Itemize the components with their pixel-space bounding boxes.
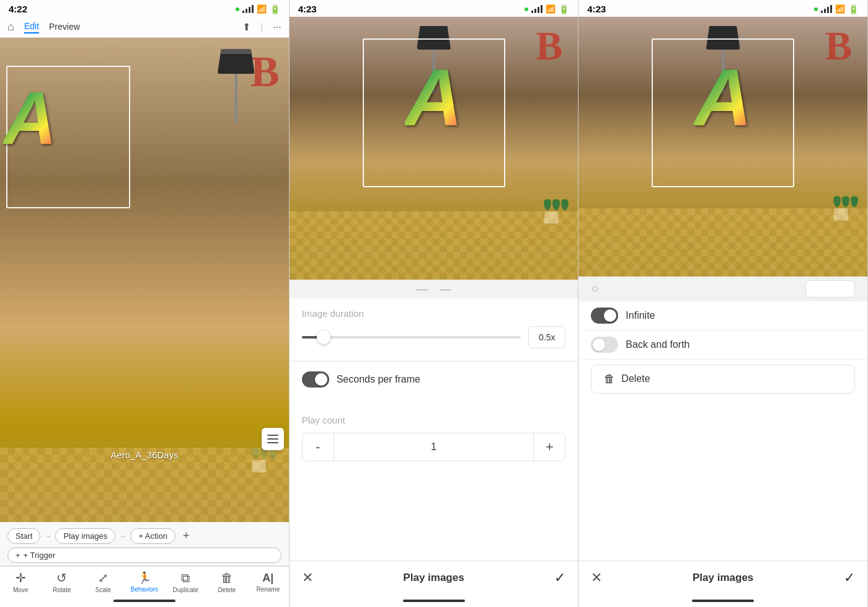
slider-thumb[interactable] <box>317 330 330 344</box>
status-icons-2: 📶 🔋 <box>525 4 569 14</box>
bar3 <box>249 7 250 13</box>
toggle-thumb-bf <box>593 339 605 351</box>
tool-move[interactable]: ✛ Move <box>7 570 35 593</box>
share-icon[interactable]: ⬆ <box>242 21 250 33</box>
leaf-3-2 <box>842 196 849 207</box>
signal-dot-2 <box>525 7 528 11</box>
confirm-button-3[interactable]: ✓ <box>844 570 855 586</box>
delete-button[interactable]: 🗑 Delete <box>591 365 855 394</box>
bottom-toolbar-1: ✛ Move ↺ Rotate ⤢ Scale 🏃 Behaviors ⧉ Du… <box>0 566 289 595</box>
home-bar-2 <box>403 600 465 602</box>
arrow-2: → <box>119 532 126 541</box>
ar-logo-3: A <box>694 51 752 144</box>
plant-leaves-3 <box>833 196 858 207</box>
signal-dot-1 <box>236 7 239 11</box>
bar4 <box>252 5 254 13</box>
tool-behaviors[interactable]: 🏃 Behaviors <box>130 571 158 593</box>
panel-3: 4:23 📶 🔋 B <box>578 0 868 607</box>
top-scroll-field[interactable] <box>805 280 855 298</box>
tool-duplicate[interactable]: ⧉ Duplicate <box>172 571 200 593</box>
home-indicator-1 <box>0 595 289 607</box>
move-icon: ✛ <box>16 570 26 585</box>
leaf-2-3 <box>561 199 569 210</box>
tab-preview[interactable]: Preview <box>49 22 80 33</box>
scroll-dash-1: — <box>417 283 428 295</box>
play-count-section: Play count - 1 + <box>290 405 578 471</box>
scroll-dash-2: — <box>440 283 451 295</box>
tool-scale[interactable]: ⤢ Scale <box>89 570 117 593</box>
slider-track[interactable] <box>302 336 521 339</box>
time-1: 4:22 <box>9 4 27 14</box>
behavior-flow: Start → Play images → + Action + <box>7 528 281 544</box>
behavior-bar: Start → Play images → + Action + + + Tri… <box>0 522 289 566</box>
infinite-toggle[interactable] <box>591 308 618 324</box>
cancel-button-2[interactable]: ✕ <box>302 570 313 586</box>
slider-row: 0.5x <box>302 326 566 348</box>
cancel-button-3[interactable]: ✕ <box>591 570 602 586</box>
signal-bars-1 <box>242 5 254 13</box>
lamp-1 <box>218 50 255 123</box>
delete-label: Delete <box>621 373 650 384</box>
play-images-pill[interactable]: Play images <box>55 528 115 544</box>
play-images-label: Play images <box>63 531 107 541</box>
bar4-2 <box>541 5 542 13</box>
toggle-thumb-spf <box>315 373 327 386</box>
status-icons-3: 📶 🔋 <box>814 4 859 14</box>
trigger-label: + Trigger <box>24 551 56 560</box>
trigger-button[interactable]: + + Trigger <box>7 547 281 563</box>
bar2 <box>246 9 247 13</box>
panel-title-2: Play images <box>403 572 464 584</box>
infinite-row: Infinite <box>578 301 867 330</box>
panel-1: 4:22 📶 🔋 ⌂ Edit Preview ⬆ | ··· B <box>0 0 290 607</box>
trigger-plus: + <box>16 551 20 560</box>
signal-dot-3 <box>814 7 818 11</box>
bar1 <box>242 11 244 13</box>
action-label: + Action <box>138 531 167 541</box>
image-duration-label: Image duration <box>302 308 566 319</box>
tool-rename[interactable]: A| Rename <box>254 572 282 593</box>
action-pill[interactable]: + Action <box>130 528 175 544</box>
signal-bars-3 <box>821 5 832 13</box>
home-indicator-2 <box>290 595 578 607</box>
home-indicator-3 <box>578 595 867 607</box>
tab-edit[interactable]: Edit <box>24 21 39 33</box>
list-line-2 <box>267 438 278 440</box>
top-scroll-row-3: ○ <box>578 277 867 301</box>
add-behavior-button[interactable]: + <box>179 529 190 543</box>
bar1-2 <box>531 11 533 13</box>
bar3-2 <box>538 7 539 13</box>
stepper-minus-button[interactable]: - <box>303 433 334 461</box>
scale-icon: ⤢ <box>98 570 108 585</box>
list-icon-button[interactable] <box>262 428 284 450</box>
ar-logo-2: A <box>405 51 463 144</box>
start-label: Start <box>16 531 32 541</box>
tool-delete[interactable]: 🗑 Delete <box>213 571 241 593</box>
panel-title-3: Play images <box>693 572 753 584</box>
stepper-row: - 1 + <box>302 433 566 461</box>
wifi-icon-1: 📶 <box>257 4 267 14</box>
object-name-label: Aero_A_36Days <box>0 450 289 460</box>
more-icon[interactable]: ··· <box>273 22 281 33</box>
confirm-button-2[interactable]: ✓ <box>554 570 565 586</box>
tool-rotate[interactable]: ↺ Rotate <box>48 570 76 593</box>
battery-icon-2: 🔋 <box>559 4 569 14</box>
home-icon[interactable]: ⌂ <box>7 20 14 33</box>
back-forth-label: Back and forth <box>626 339 689 350</box>
back-forth-row: Back and forth <box>578 330 867 360</box>
rename-icon: A| <box>262 572 273 585</box>
ar-scene-2: B A <box>290 17 578 280</box>
arrow-1: → <box>44 532 51 541</box>
letter-b-2: B <box>536 23 562 69</box>
lamp-shade-1 <box>218 49 255 74</box>
bar1-3 <box>821 11 823 13</box>
signal-bars-2 <box>531 5 542 13</box>
seconds-per-frame-toggle[interactable] <box>302 371 329 388</box>
leaf-2-2 <box>552 199 560 210</box>
leaf-2-1 <box>544 199 551 210</box>
status-icons-1: 📶 🔋 <box>236 4 280 14</box>
toggle-row-spf: Seconds per frame <box>302 371 566 388</box>
back-forth-toggle[interactable] <box>591 337 618 353</box>
stepper-plus-button[interactable]: + <box>534 433 565 461</box>
bar3-3 <box>827 7 829 13</box>
start-pill[interactable]: Start <box>7 528 40 544</box>
